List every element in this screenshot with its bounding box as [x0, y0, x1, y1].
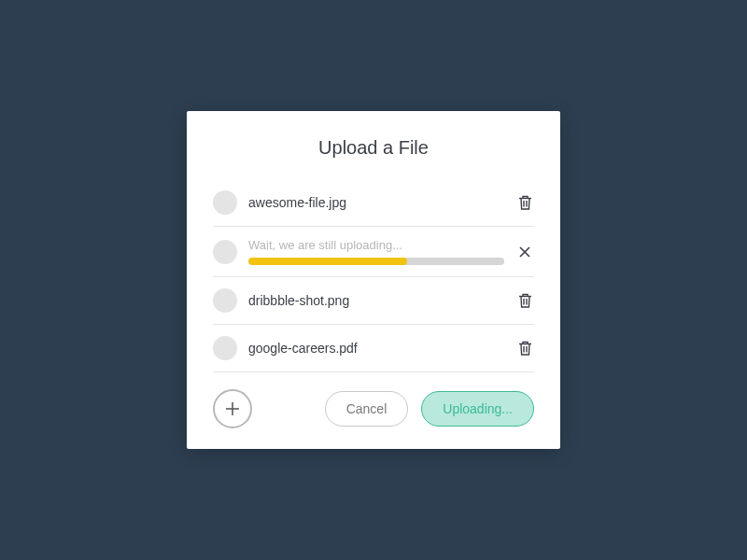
trash-icon — [518, 293, 532, 308]
file-name: awesome-file.jpg — [248, 195, 504, 210]
delete-button[interactable] — [515, 193, 534, 212]
file-row: google-careers.pdf — [213, 325, 534, 372]
file-name: dribbble-shot.png — [248, 293, 504, 308]
trash-icon — [518, 195, 532, 210]
add-file-button[interactable] — [213, 389, 252, 428]
file-body: dribbble-shot.png — [248, 293, 504, 308]
close-icon — [518, 245, 531, 259]
progress-bar — [248, 258, 504, 265]
file-thumbnail — [213, 190, 237, 215]
cancel-upload-button[interactable] — [515, 243, 534, 261]
dialog-title: Upload a File — [213, 137, 534, 159]
delete-button[interactable] — [515, 291, 534, 310]
file-body: google-careers.pdf — [248, 341, 504, 356]
cancel-button[interactable]: Cancel — [325, 391, 409, 427]
upload-button[interactable]: Uploading... — [421, 391, 534, 427]
file-row: dribbble-shot.png — [213, 277, 534, 325]
dialog-footer: Cancel Uploading... — [213, 389, 534, 428]
upload-status-text: Wait, we are still uploading... — [248, 238, 504, 252]
delete-button[interactable] — [515, 339, 534, 357]
file-thumbnail — [213, 288, 237, 313]
upload-button-label: Uploading... — [443, 401, 513, 416]
upload-dialog: Upload a File awesome-file.jpg Wait, we … — [187, 111, 560, 449]
file-body: Wait, we are still uploading... — [248, 238, 504, 265]
cancel-button-label: Cancel — [346, 401, 388, 416]
file-row: awesome-file.jpg — [213, 179, 534, 227]
file-thumbnail — [213, 240, 237, 264]
file-thumbnail — [213, 336, 237, 360]
file-body: awesome-file.jpg — [248, 195, 504, 210]
file-name: google-careers.pdf — [248, 341, 504, 356]
file-row: Wait, we are still uploading... — [213, 227, 534, 277]
progress-fill — [248, 258, 407, 265]
trash-icon — [518, 341, 532, 356]
plus-icon — [223, 399, 242, 418]
